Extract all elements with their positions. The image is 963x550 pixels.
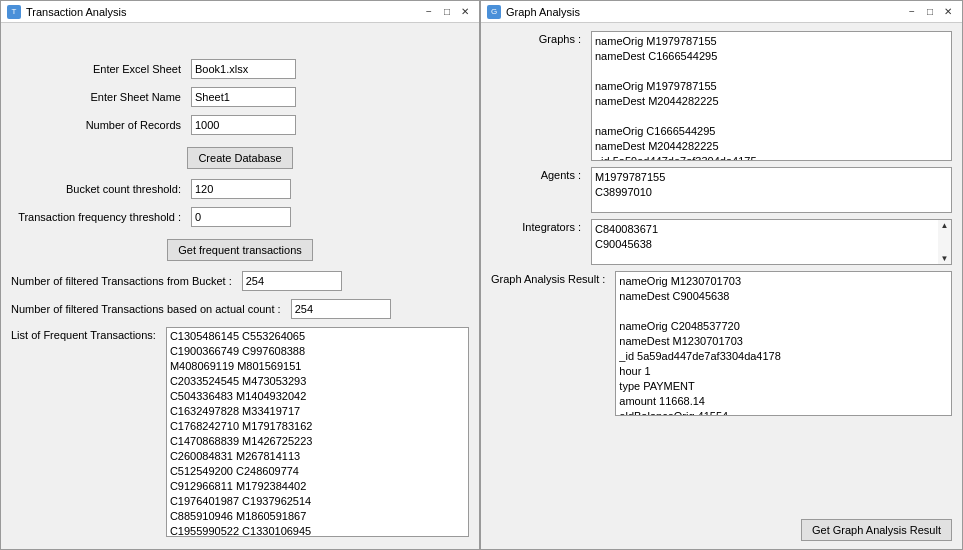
graph-item: nameDest C1666544295 — [595, 49, 948, 64]
left-minimize-btn[interactable]: − — [421, 5, 437, 19]
list-item: C504336483 M1404932042 — [170, 389, 465, 404]
integrators-scroll-down[interactable]: ▼ — [941, 254, 949, 263]
integrators-list[interactable]: C840083671C90045638 — [591, 219, 938, 265]
graph-item: _id 5a59ad447de7af3304da4175 — [595, 154, 948, 161]
excel-sheet-input[interactable] — [191, 59, 296, 79]
list-item: C512549200 C248609774 — [170, 464, 465, 479]
result-item: oldBalanceOrig 41554 — [619, 409, 948, 416]
list-item: C1768242710 M1791783162 — [170, 419, 465, 434]
integrators-row: Integrators : C840083671C90045638 ▲ ▼ — [491, 219, 952, 265]
num-records-input[interactable] — [191, 115, 296, 135]
freq-threshold-input[interactable] — [191, 207, 291, 227]
filtered-actual-label: Number of filtered Transactions based on… — [11, 303, 291, 315]
graph-item: nameDest M2044282225 — [595, 94, 948, 109]
result-item: _id 5a59ad447de7af3304da4178 — [619, 349, 948, 364]
result-item: nameDest M1230701703 — [619, 334, 948, 349]
list-item: C1632497828 M33419717 — [170, 404, 465, 419]
frequent-transactions-list[interactable]: C1305486145 C553264065C1900366749 C99760… — [166, 327, 469, 537]
agent-item: M1979787155 — [595, 170, 948, 185]
create-db-row: Create Database — [11, 147, 469, 169]
list-item: C1955990522 C1330106945 — [170, 524, 465, 537]
filtered-actual-row: Number of filtered Transactions based on… — [11, 299, 469, 319]
right-maximize-btn[interactable]: □ — [922, 5, 938, 19]
result-list[interactable]: nameOrig M1230701703nameDest C90045638 n… — [615, 271, 952, 416]
get-graph-result-btn[interactable]: Get Graph Analysis Result — [801, 519, 952, 541]
right-title-bar: G Graph Analysis − □ ✕ — [481, 1, 962, 23]
left-title-controls: − □ ✕ — [421, 5, 473, 19]
list-item: C260084831 M267814113 — [170, 449, 465, 464]
list-item: M408069119 M801569151 — [170, 359, 465, 374]
graph-item: nameOrig M1979787155 — [595, 79, 948, 94]
integrators-label: Integrators : — [491, 219, 591, 233]
list-label: List of Frequent Transactions: — [11, 327, 166, 341]
graphs-row: Graphs : nameOrig M1979787155nameDest C1… — [491, 31, 952, 161]
get-freq-row: Get frequent transactions — [11, 239, 469, 261]
graph-item — [595, 64, 948, 79]
agent-item: C38997010 — [595, 185, 948, 200]
sheet-name-row: Enter Sheet Name — [11, 87, 469, 107]
excel-sheet-row: Enter Excel Sheet — [11, 59, 469, 79]
right-window-content: Graphs : nameOrig M1979787155nameDest C1… — [481, 23, 962, 549]
list-item: C1470868839 M1426725223 — [170, 434, 465, 449]
freq-threshold-label: Transaction frequency threshold : — [11, 211, 191, 223]
graph-item: nameOrig M1979787155 — [595, 34, 948, 49]
result-row: Graph Analysis Result : nameOrig M123070… — [491, 271, 952, 416]
filtered-actual-input[interactable] — [291, 299, 391, 319]
agents-row: Agents : M1979787155C38997010 — [491, 167, 952, 213]
filtered-bucket-label: Number of filtered Transactions from Buc… — [11, 275, 242, 287]
right-title-controls: − □ ✕ — [904, 5, 956, 19]
result-item — [619, 304, 948, 319]
integrator-item: C840083671 — [595, 222, 935, 237]
left-window-title: Transaction Analysis — [26, 6, 421, 18]
result-item: amount 11668.14 — [619, 394, 948, 409]
filtered-bucket-row: Number of filtered Transactions from Buc… — [11, 271, 469, 291]
result-item: type PAYMENT — [619, 379, 948, 394]
left-maximize-btn[interactable]: □ — [439, 5, 455, 19]
transaction-analysis-window: T Transaction Analysis − □ ✕ Enter Excel… — [0, 0, 480, 550]
graphs-list[interactable]: nameOrig M1979787155nameDest C1666544295… — [591, 31, 952, 161]
result-label: Graph Analysis Result : — [491, 271, 615, 285]
left-title-bar: T Transaction Analysis − □ ✕ — [1, 1, 479, 23]
integrators-scroll-up[interactable]: ▲ — [941, 221, 949, 230]
freq-threshold-row: Transaction frequency threshold : — [11, 207, 469, 227]
list-item: C912966811 M1792384402 — [170, 479, 465, 494]
result-item: nameDest C90045638 — [619, 289, 948, 304]
integrator-item: C90045638 — [595, 237, 935, 252]
result-item: hour 1 — [619, 364, 948, 379]
sheet-name-input[interactable] — [191, 87, 296, 107]
agents-label: Agents : — [491, 167, 591, 181]
right-window-title: Graph Analysis — [506, 6, 904, 18]
list-item: C885910946 M1860591867 — [170, 509, 465, 524]
bucket-threshold-label: Bucket count threshold: — [11, 183, 191, 195]
left-window-icon: T — [7, 5, 21, 19]
bucket-threshold-row: Bucket count threshold: — [11, 179, 469, 199]
result-item: nameOrig M1230701703 — [619, 274, 948, 289]
list-item: C1305486145 C553264065 — [170, 329, 465, 344]
left-window-content: Enter Excel Sheet Enter Sheet Name Numbe… — [1, 23, 479, 549]
result-item: nameOrig C2048537720 — [619, 319, 948, 334]
list-item: C2033524545 M473053293 — [170, 374, 465, 389]
list-item: C1900366749 C997608388 — [170, 344, 465, 359]
graph-analysis-window: G Graph Analysis − □ ✕ Graphs : nameOrig… — [480, 0, 963, 550]
frequent-transactions-area: List of Frequent Transactions: C13054861… — [11, 327, 469, 539]
get-frequent-btn[interactable]: Get frequent transactions — [167, 239, 313, 261]
right-close-btn[interactable]: ✕ — [940, 5, 956, 19]
agents-list[interactable]: M1979787155C38997010 — [591, 167, 952, 213]
filtered-bucket-input[interactable] — [242, 271, 342, 291]
graph-item: nameOrig C1666544295 — [595, 124, 948, 139]
sheet-name-label: Enter Sheet Name — [11, 91, 191, 103]
graph-item: nameDest M2044282225 — [595, 139, 948, 154]
graphs-label: Graphs : — [491, 31, 591, 45]
right-window-icon: G — [487, 5, 501, 19]
list-item: C1976401987 C1937962514 — [170, 494, 465, 509]
left-close-btn[interactable]: ✕ — [457, 5, 473, 19]
num-records-label: Number of Records — [11, 119, 191, 131]
num-records-row: Number of Records — [11, 115, 469, 135]
bucket-threshold-input[interactable] — [191, 179, 291, 199]
create-database-btn[interactable]: Create Database — [187, 147, 292, 169]
excel-sheet-label: Enter Excel Sheet — [11, 63, 191, 75]
get-result-row: Get Graph Analysis Result — [491, 515, 952, 541]
right-minimize-btn[interactable]: − — [904, 5, 920, 19]
graph-item — [595, 109, 948, 124]
